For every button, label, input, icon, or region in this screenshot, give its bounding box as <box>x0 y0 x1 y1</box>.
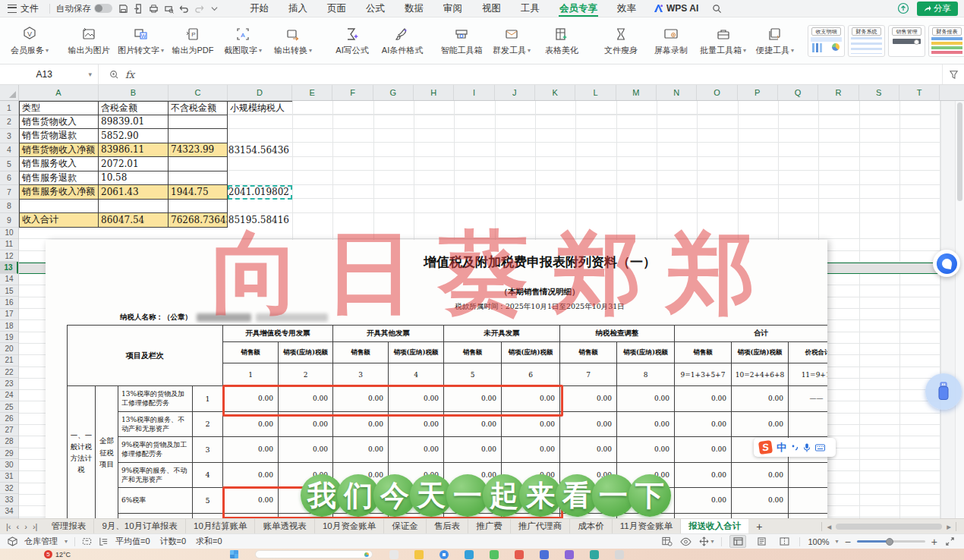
export-as-pdf-button[interactable]: P 输出为PDF <box>168 24 218 58</box>
sheet-tab[interactable]: 推广代理商 <box>511 519 571 533</box>
eye-icon[interactable] <box>680 537 691 546</box>
cell-tax-inclusive[interactable] <box>99 200 169 214</box>
cell-tax-exclusive[interactable]: 74323.99 <box>169 143 228 158</box>
cell-tax-inclusive[interactable]: 2072.01 <box>99 157 169 171</box>
cell-tax-inclusive[interactable]: 含税金额 <box>99 102 169 115</box>
column-header[interactable]: A <box>19 85 99 100</box>
row-header[interactable]: 13 <box>0 262 18 273</box>
column-header[interactable]: O <box>697 85 737 100</box>
app-icon[interactable] <box>540 550 549 559</box>
hscroll-left-icon[interactable]: ◂ <box>827 521 831 532</box>
workbook-mode-label[interactable]: 仓库管理 <box>24 536 58 547</box>
table-settings-icon[interactable] <box>662 536 673 546</box>
handy-tools-button[interactable]: 便捷工具 <box>750 24 800 58</box>
row-header[interactable]: 21 <box>0 355 18 367</box>
screen-record-button[interactable]: 屏幕录制 <box>646 24 696 58</box>
cell-tax-inclusive[interactable]: 86047.54 <box>99 213 169 228</box>
row-header[interactable]: 32 <box>0 483 18 494</box>
app-icon[interactable] <box>389 550 399 559</box>
cell-tax-inclusive[interactable]: 2061.43 <box>99 185 169 200</box>
taskbar-search[interactable] <box>255 550 373 558</box>
vertical-scrollbar[interactable] <box>955 101 964 518</box>
batch-toolbox-button[interactable]: 批量工具箱 <box>696 24 750 58</box>
row-header[interactable]: 23 <box>0 378 18 389</box>
chevron-down-icon[interactable]: ▾ <box>836 538 839 545</box>
row-header[interactable]: 25 <box>0 401 18 413</box>
column-header[interactable]: N <box>657 85 697 100</box>
image-to-text-button[interactable]: W 图片转文字 <box>114 24 168 58</box>
column-header[interactable]: J <box>495 85 535 100</box>
view-page-break-button[interactable] <box>777 536 792 547</box>
autosave-toggle[interactable] <box>94 4 112 13</box>
horizontal-scrollbar[interactable] <box>836 524 942 530</box>
cell-small-scale[interactable] <box>228 129 292 143</box>
view-page-layout-button[interactable] <box>754 536 769 547</box>
menu-tab[interactable]: 数据 <box>395 0 433 17</box>
row-header[interactable]: 24 <box>0 390 18 401</box>
tab-prev-icon[interactable]: ‹ <box>17 522 20 531</box>
zoom-in-button[interactable]: + <box>931 536 937 548</box>
column-header[interactable]: H <box>414 85 454 100</box>
cell-tax-inclusive[interactable]: 83986.11 <box>99 143 169 158</box>
cell-tax-exclusive[interactable]: 不含税金额 <box>169 102 228 115</box>
chevron-down-icon[interactable] <box>206 2 222 15</box>
weather-badge[interactable]: 5 <box>44 550 52 558</box>
sheet-tab[interactable]: 保证金 <box>384 519 427 533</box>
row-header[interactable]: 1 <box>0 101 18 115</box>
sogou-logo-icon[interactable]: S <box>758 440 773 455</box>
save-icon[interactable] <box>115 2 131 15</box>
sheet-tab[interactable]: 账单透视表 <box>255 519 315 533</box>
file-slim-button[interactable]: 文件瘦身 <box>596 24 646 58</box>
app-icon[interactable] <box>465 550 474 559</box>
row-header[interactable]: 18 <box>0 320 18 332</box>
app-icon[interactable] <box>565 550 574 559</box>
pan-mode-icon[interactable]: ▾ <box>699 536 714 546</box>
row-header[interactable]: 26 <box>0 413 18 424</box>
row-header[interactable]: 27 <box>0 425 18 436</box>
microphone-icon[interactable] <box>803 443 811 452</box>
ime-punctuation-icon[interactable] <box>791 444 799 451</box>
menu-tab[interactable]: 公式 <box>356 0 395 17</box>
column-header[interactable]: M <box>616 85 657 100</box>
scrollbar-thumb[interactable] <box>957 102 962 201</box>
menu-tab[interactable]: 页面 <box>317 0 356 17</box>
row-header[interactable]: 3 <box>0 129 18 143</box>
temperature-label[interactable]: 12°C <box>55 551 71 558</box>
tab-next-icon[interactable]: › <box>24 522 27 531</box>
row-header[interactable]: 10 <box>0 228 18 239</box>
windows-start-icon[interactable] <box>230 550 238 558</box>
column-header[interactable]: G <box>373 85 414 100</box>
row-header[interactable]: 31 <box>0 471 18 483</box>
row-header[interactable]: 28 <box>0 436 18 448</box>
zoom-out-button[interactable]: − <box>845 536 851 548</box>
column-header[interactable]: T <box>899 85 940 100</box>
share-button[interactable]: 分享 <box>917 2 958 16</box>
column-header[interactable]: P <box>738 85 778 100</box>
cell-small-scale[interactable]: 2041.019802 <box>228 185 292 200</box>
folder-icon[interactable] <box>414 550 424 559</box>
sheet-tab[interactable]: 11月资金账单 <box>613 519 681 533</box>
template-card-sales[interactable]: 销售管理 <box>888 25 925 57</box>
fullscreen-icon[interactable] <box>945 536 955 546</box>
cell-tax-exclusive[interactable] <box>169 200 228 214</box>
app-icon[interactable] <box>515 550 524 559</box>
column-header[interactable]: R <box>818 85 858 100</box>
cell-type[interactable]: 销售服务退款 <box>19 171 99 186</box>
column-header[interactable]: I <box>454 85 494 100</box>
export-convert-button[interactable]: 输出转换 <box>268 24 318 58</box>
autosave-control[interactable]: 自动保存 <box>53 3 115 14</box>
print-preview-icon[interactable] <box>161 2 176 15</box>
tab-first-icon[interactable]: |‹ <box>6 522 11 531</box>
cell-tax-exclusive[interactable]: 1944.75 <box>169 185 228 200</box>
cell-small-scale[interactable] <box>228 200 292 214</box>
filter-icon[interactable] <box>942 64 964 84</box>
name-box[interactable]: A13 ▾ <box>0 64 99 84</box>
sheet-tab[interactable]: 管理报表 <box>43 519 94 533</box>
wps-assistant-button[interactable] <box>933 250 960 277</box>
row-header[interactable]: 30 <box>0 459 18 470</box>
cell-small-scale[interactable]: 小规模纳税人 <box>228 102 292 115</box>
sheet-tab[interactable]: 10月资金账单 <box>315 519 384 533</box>
app-icon[interactable] <box>615 550 624 559</box>
cell-type[interactable]: 类型 <box>19 102 99 115</box>
sheet-grid[interactable]: 1234567891011121314151617181920212223242… <box>0 101 964 518</box>
